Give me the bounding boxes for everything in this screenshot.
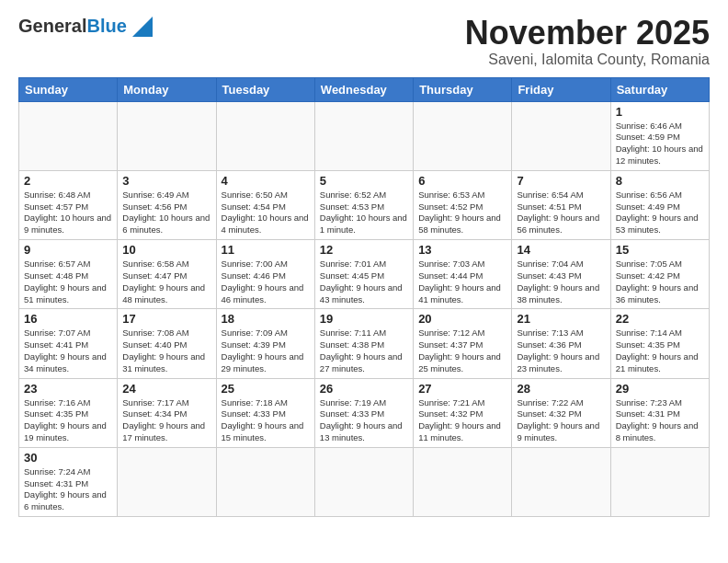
calendar-week-row: 2Sunrise: 6:48 AM Sunset: 4:57 PM Daylig… xyxy=(19,170,710,239)
day-number: 28 xyxy=(517,382,605,396)
day-info: Sunrise: 6:46 AM Sunset: 4:59 PM Dayligh… xyxy=(616,121,704,167)
table-row xyxy=(512,101,610,170)
col-thursday: Thursday xyxy=(414,77,512,101)
calendar-title: November 2025 xyxy=(465,15,710,52)
table-row: 21Sunrise: 7:13 AM Sunset: 4:36 PM Dayli… xyxy=(512,309,610,378)
table-row xyxy=(314,101,413,170)
table-row: 11Sunrise: 7:00 AM Sunset: 4:46 PM Dayli… xyxy=(216,240,314,309)
table-row xyxy=(414,447,512,516)
day-number: 7 xyxy=(517,174,605,188)
day-number: 19 xyxy=(320,312,408,326)
day-number: 24 xyxy=(122,382,210,396)
table-row: 4Sunrise: 6:50 AM Sunset: 4:54 PM Daylig… xyxy=(216,170,314,239)
day-info: Sunrise: 7:22 AM Sunset: 4:32 PM Dayligh… xyxy=(517,397,605,444)
day-info: Sunrise: 7:18 AM Sunset: 4:33 PM Dayligh… xyxy=(222,397,310,444)
day-info: Sunrise: 7:09 AM Sunset: 4:39 PM Dayligh… xyxy=(222,327,310,374)
calendar-week-row: 9Sunrise: 6:57 AM Sunset: 4:48 PM Daylig… xyxy=(19,240,710,309)
logo-text: GeneralBlue xyxy=(18,17,127,35)
table-row xyxy=(216,101,314,170)
calendar-week-row: 1Sunrise: 6:46 AM Sunset: 4:59 PM Daylig… xyxy=(19,101,710,170)
day-info: Sunrise: 7:08 AM Sunset: 4:40 PM Dayligh… xyxy=(122,327,210,374)
day-info: Sunrise: 6:57 AM Sunset: 4:48 PM Dayligh… xyxy=(24,259,112,305)
day-number: 3 xyxy=(122,174,210,188)
calendar-subtitle: Saveni, Ialomita County, Romania xyxy=(465,52,710,68)
table-row: 2Sunrise: 6:48 AM Sunset: 4:57 PM Daylig… xyxy=(19,170,118,239)
table-row xyxy=(216,447,314,516)
table-row: 16Sunrise: 7:07 AM Sunset: 4:41 PM Dayli… xyxy=(19,309,118,378)
day-number: 18 xyxy=(222,312,310,326)
day-number: 4 xyxy=(222,174,310,188)
col-wednesday: Wednesday xyxy=(314,77,413,101)
day-number: 20 xyxy=(418,312,506,326)
day-number: 26 xyxy=(320,382,408,396)
day-info: Sunrise: 6:48 AM Sunset: 4:57 PM Dayligh… xyxy=(24,190,112,236)
day-info: Sunrise: 7:07 AM Sunset: 4:41 PM Dayligh… xyxy=(24,327,112,374)
table-row xyxy=(19,101,118,170)
table-row: 19Sunrise: 7:11 AM Sunset: 4:38 PM Dayli… xyxy=(314,309,413,378)
table-row: 30Sunrise: 7:24 AM Sunset: 4:31 PM Dayli… xyxy=(19,447,118,516)
svg-marker-0 xyxy=(132,17,153,37)
day-number: 27 xyxy=(418,382,506,396)
day-info: Sunrise: 6:49 AM Sunset: 4:56 PM Dayligh… xyxy=(122,190,210,236)
table-row: 15Sunrise: 7:05 AM Sunset: 4:42 PM Dayli… xyxy=(610,240,709,309)
day-number: 29 xyxy=(616,382,704,396)
calendar-week-row: 23Sunrise: 7:16 AM Sunset: 4:35 PM Dayli… xyxy=(19,378,710,447)
day-info: Sunrise: 6:58 AM Sunset: 4:47 PM Dayligh… xyxy=(122,259,210,305)
day-info: Sunrise: 6:53 AM Sunset: 4:52 PM Dayligh… xyxy=(418,190,506,236)
table-row: 17Sunrise: 7:08 AM Sunset: 4:40 PM Dayli… xyxy=(118,309,216,378)
table-row: 24Sunrise: 7:17 AM Sunset: 4:34 PM Dayli… xyxy=(118,378,216,447)
day-number: 6 xyxy=(418,174,506,188)
day-number: 9 xyxy=(24,243,112,257)
day-info: Sunrise: 7:01 AM Sunset: 4:45 PM Dayligh… xyxy=(320,259,408,305)
table-row: 28Sunrise: 7:22 AM Sunset: 4:32 PM Dayli… xyxy=(512,378,610,447)
day-number: 25 xyxy=(222,382,310,396)
calendar-week-row: 30Sunrise: 7:24 AM Sunset: 4:31 PM Dayli… xyxy=(19,447,710,516)
table-row: 14Sunrise: 7:04 AM Sunset: 4:43 PM Dayli… xyxy=(512,240,610,309)
day-number: 22 xyxy=(616,312,704,326)
day-number: 1 xyxy=(616,105,704,119)
day-number: 11 xyxy=(222,243,310,257)
table-row: 10Sunrise: 6:58 AM Sunset: 4:47 PM Dayli… xyxy=(118,240,216,309)
table-row: 29Sunrise: 7:23 AM Sunset: 4:31 PM Dayli… xyxy=(610,378,709,447)
table-row: 3Sunrise: 6:49 AM Sunset: 4:56 PM Daylig… xyxy=(118,170,216,239)
logo-blue: Blue xyxy=(86,16,126,36)
col-saturday: Saturday xyxy=(610,77,709,101)
header: GeneralBlue November 2025 Saveni, Ialomi… xyxy=(18,15,710,68)
col-friday: Friday xyxy=(512,77,610,101)
table-row: 5Sunrise: 6:52 AM Sunset: 4:53 PM Daylig… xyxy=(314,170,413,239)
calendar-body: 1Sunrise: 6:46 AM Sunset: 4:59 PM Daylig… xyxy=(19,101,710,517)
day-info: Sunrise: 7:03 AM Sunset: 4:44 PM Dayligh… xyxy=(418,259,506,305)
day-info: Sunrise: 6:50 AM Sunset: 4:54 PM Dayligh… xyxy=(222,190,310,236)
day-info: Sunrise: 7:05 AM Sunset: 4:42 PM Dayligh… xyxy=(616,259,704,305)
day-info: Sunrise: 6:54 AM Sunset: 4:51 PM Dayligh… xyxy=(517,190,605,236)
table-row xyxy=(512,447,610,516)
day-info: Sunrise: 7:24 AM Sunset: 4:31 PM Dayligh… xyxy=(24,466,112,513)
day-number: 10 xyxy=(122,243,210,257)
day-info: Sunrise: 7:04 AM Sunset: 4:43 PM Dayligh… xyxy=(517,259,605,305)
day-number: 2 xyxy=(24,174,112,188)
day-number: 30 xyxy=(24,451,112,465)
table-row xyxy=(118,447,216,516)
table-row: 12Sunrise: 7:01 AM Sunset: 4:45 PM Dayli… xyxy=(314,240,413,309)
table-row: 23Sunrise: 7:16 AM Sunset: 4:35 PM Dayli… xyxy=(19,378,118,447)
day-number: 23 xyxy=(24,382,112,396)
day-info: Sunrise: 7:19 AM Sunset: 4:33 PM Dayligh… xyxy=(320,397,408,444)
page: GeneralBlue November 2025 Saveni, Ialomi… xyxy=(0,0,728,563)
day-info: Sunrise: 7:00 AM Sunset: 4:46 PM Dayligh… xyxy=(222,259,310,305)
day-info: Sunrise: 7:12 AM Sunset: 4:37 PM Dayligh… xyxy=(418,327,506,374)
table-row xyxy=(610,447,709,516)
col-sunday: Sunday xyxy=(19,77,118,101)
day-number: 21 xyxy=(517,312,605,326)
table-row: 1Sunrise: 6:46 AM Sunset: 4:59 PM Daylig… xyxy=(610,101,709,170)
table-row: 22Sunrise: 7:14 AM Sunset: 4:35 PM Dayli… xyxy=(610,309,709,378)
table-row: 25Sunrise: 7:18 AM Sunset: 4:33 PM Dayli… xyxy=(216,378,314,447)
day-number: 17 xyxy=(122,312,210,326)
col-tuesday: Tuesday xyxy=(216,77,314,101)
col-monday: Monday xyxy=(118,77,216,101)
table-row: 9Sunrise: 6:57 AM Sunset: 4:48 PM Daylig… xyxy=(19,240,118,309)
table-row xyxy=(118,101,216,170)
logo: GeneralBlue xyxy=(18,15,153,37)
calendar-table: Sunday Monday Tuesday Wednesday Thursday… xyxy=(18,77,710,518)
table-row: 6Sunrise: 6:53 AM Sunset: 4:52 PM Daylig… xyxy=(414,170,512,239)
day-info: Sunrise: 7:11 AM Sunset: 4:38 PM Dayligh… xyxy=(320,327,408,374)
